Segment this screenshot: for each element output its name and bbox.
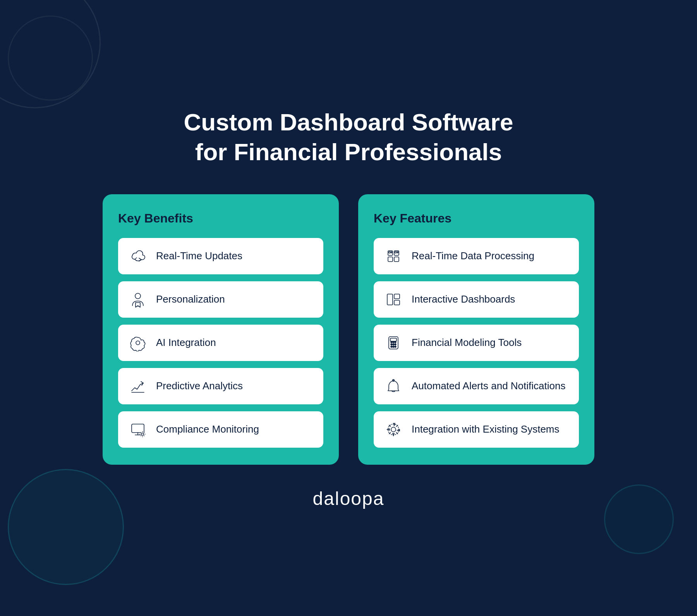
bell-icon bbox=[384, 376, 403, 396]
svg-rect-17 bbox=[394, 294, 400, 299]
page-title: Custom Dashboard Software for Financial … bbox=[184, 107, 513, 167]
grid-squares-icon bbox=[384, 246, 403, 266]
chart-trend-icon bbox=[128, 376, 148, 396]
ai-swirl-icon bbox=[128, 333, 148, 352]
person-bookmark-icon bbox=[128, 290, 148, 309]
features-items-list: Real-Time Data Processing Interactive Da… bbox=[374, 238, 579, 448]
title-line2: for Financial Professionals bbox=[195, 139, 502, 165]
svg-point-21 bbox=[391, 344, 392, 345]
svg-rect-15 bbox=[397, 252, 398, 253]
title-line1: Custom Dashboard Software bbox=[184, 109, 513, 135]
svg-point-23 bbox=[395, 344, 396, 345]
benefit-item-personalization: Personalization bbox=[118, 281, 323, 318]
feature-item-realtime-data-processing: Real-Time Data Processing bbox=[374, 238, 579, 274]
benefit-item-ai-integration: AI Integration bbox=[118, 325, 323, 361]
features-card-heading: Key Features bbox=[374, 211, 579, 226]
decorative-circle-2 bbox=[8, 15, 93, 101]
svg-point-29 bbox=[395, 341, 396, 343]
benefit-label-ai-integration: AI Integration bbox=[156, 337, 216, 349]
page-wrapper: Custom Dashboard Software for Financial … bbox=[0, 107, 697, 509]
gear-integration-icon bbox=[384, 420, 403, 439]
svg-rect-13 bbox=[391, 252, 392, 253]
monitor-settings-icon bbox=[128, 420, 148, 439]
feature-item-financial-modeling-tools: Financial Modeling Tools bbox=[374, 325, 579, 361]
decorative-circle-1 bbox=[0, 0, 101, 108]
feature-item-automated-alerts: Automated Alerts and Notifications bbox=[374, 368, 579, 404]
benefit-item-compliance-monitoring: Compliance Monitoring bbox=[118, 411, 323, 448]
svg-rect-3 bbox=[132, 424, 144, 433]
svg-rect-16 bbox=[387, 294, 393, 305]
svg-point-1 bbox=[136, 341, 140, 345]
feature-label-financial-modeling-tools: Financial Modeling Tools bbox=[412, 337, 522, 349]
feature-item-integration-existing-systems: Integration with Existing Systems bbox=[374, 411, 579, 448]
svg-point-28 bbox=[393, 341, 394, 343]
feature-label-interactive-dashboards: Interactive Dashboards bbox=[412, 293, 515, 305]
cloud-sync-icon bbox=[128, 246, 148, 266]
benefit-label-compliance-monitoring: Compliance Monitoring bbox=[156, 423, 259, 435]
brand-logo: daloopa bbox=[313, 488, 385, 509]
benefit-item-predictive-analytics: Predictive Analytics bbox=[118, 368, 323, 404]
benefits-card: Key Benefits Real-Time Updates bbox=[103, 194, 339, 465]
feature-label-integration-existing-systems: Integration with Existing Systems bbox=[412, 423, 560, 435]
svg-point-0 bbox=[135, 293, 141, 299]
svg-point-26 bbox=[395, 346, 396, 347]
benefits-card-heading: Key Benefits bbox=[118, 211, 323, 226]
svg-rect-20 bbox=[390, 338, 397, 341]
svg-rect-12 bbox=[389, 252, 390, 253]
svg-rect-18 bbox=[394, 300, 400, 305]
svg-rect-14 bbox=[395, 252, 397, 253]
benefit-label-personalization: Personalization bbox=[156, 293, 225, 305]
svg-point-31 bbox=[391, 427, 396, 432]
svg-point-22 bbox=[393, 344, 394, 345]
svg-point-25 bbox=[393, 346, 394, 347]
benefit-item-real-time-updates: Real-Time Updates bbox=[118, 238, 323, 274]
svg-point-27 bbox=[391, 341, 392, 343]
benefit-label-predictive-analytics: Predictive Analytics bbox=[156, 380, 243, 392]
benefits-items-list: Real-Time Updates Person bbox=[118, 238, 323, 448]
dashboard-layout-icon bbox=[384, 290, 403, 309]
feature-label-automated-alerts: Automated Alerts and Notifications bbox=[412, 380, 565, 392]
feature-label-realtime-data-processing: Real-Time Data Processing bbox=[412, 250, 534, 262]
svg-point-24 bbox=[391, 346, 392, 347]
svg-rect-11 bbox=[394, 257, 399, 262]
svg-rect-10 bbox=[388, 257, 393, 262]
feature-item-interactive-dashboards: Interactive Dashboards bbox=[374, 281, 579, 318]
brand-name: daloopa bbox=[313, 488, 385, 509]
cards-row: Key Benefits Real-Time Updates bbox=[103, 194, 594, 465]
calculator-icon bbox=[384, 333, 403, 352]
benefit-label-real-time-updates: Real-Time Updates bbox=[156, 250, 242, 262]
features-card: Key Features bbox=[358, 194, 594, 465]
